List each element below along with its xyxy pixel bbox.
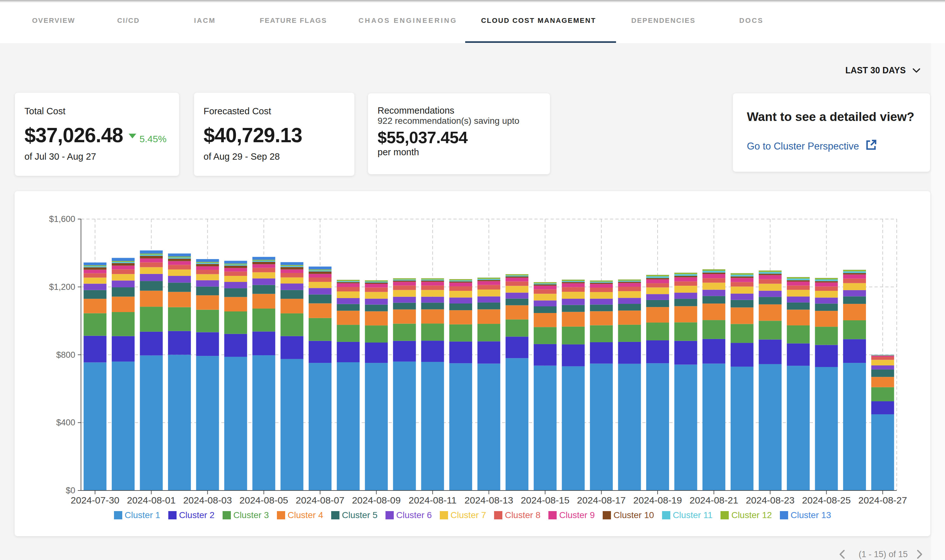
svg-text:2024-08-05: 2024-08-05 xyxy=(239,495,288,505)
svg-text:2024-07-30: 2024-07-30 xyxy=(71,495,119,505)
svg-text:$1,200: $1,200 xyxy=(49,282,75,292)
svg-text:2024-08-23: 2024-08-23 xyxy=(746,495,794,505)
svg-text:2024-08-15: 2024-08-15 xyxy=(521,495,569,505)
svg-text:2024-08-09: 2024-08-09 xyxy=(352,495,400,505)
svg-text:2024-08-11: 2024-08-11 xyxy=(409,495,457,505)
svg-text:2024-08-01: 2024-08-01 xyxy=(127,495,175,505)
svg-text:2024-08-07: 2024-08-07 xyxy=(296,495,344,505)
svg-text:2024-08-27: 2024-08-27 xyxy=(858,495,907,505)
svg-text:$1,600: $1,600 xyxy=(49,214,75,224)
svg-text:2024-08-19: 2024-08-19 xyxy=(633,495,682,505)
svg-text:2024-08-03: 2024-08-03 xyxy=(183,495,232,505)
svg-text:$400: $400 xyxy=(56,418,75,427)
svg-text:2024-08-25: 2024-08-25 xyxy=(802,495,851,505)
svg-text:$0: $0 xyxy=(66,486,75,495)
svg-text:$800: $800 xyxy=(56,350,75,360)
svg-text:2024-08-17: 2024-08-17 xyxy=(577,495,626,505)
svg-text:2024-08-21: 2024-08-21 xyxy=(690,495,738,505)
svg-text:2024-08-13: 2024-08-13 xyxy=(465,495,513,505)
